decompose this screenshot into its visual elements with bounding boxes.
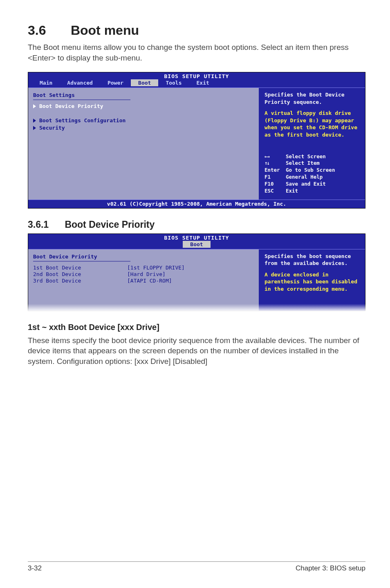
boot-device-value: [Hard Drive]	[127, 271, 166, 277]
section-intro: The Boot menu items allow you to change …	[28, 42, 365, 63]
bios-help-text-primary: Specifies the Boot Device Priority seque…	[264, 91, 361, 105]
paragraph-heading: 1st ~ xxth Boot Device [xxx Drive]	[28, 323, 365, 332]
bios-tab-boot[interactable]: Boot	[131, 79, 158, 86]
bios-boot-device-row-3[interactable]: 3rd Boot Device [ATAPI CD-ROM]	[33, 278, 254, 284]
bios-tab-boot[interactable]: Boot	[183, 241, 210, 248]
bios-boot-device-row-1[interactable]: 1st Boot Device [1st FLOPPY DRIVE]	[33, 265, 254, 271]
bios-help-panel: Specifies the Boot Device Priority seque…	[259, 88, 365, 200]
divider	[33, 261, 130, 262]
bios-left-panel: Boot Settings Boot Device Priority Boot …	[28, 88, 259, 200]
boot-device-label: 1st Boot Device	[33, 265, 127, 271]
bios-tab-main[interactable]: Main	[32, 79, 60, 86]
bios-tabs: Boot	[28, 241, 365, 249]
bios-body: Boot Settings Boot Device Priority Boot …	[28, 88, 365, 200]
boot-device-label: 2nd Boot Device	[33, 271, 127, 277]
bios-menubar: BIOS SETUP UTILITY Main Advanced Power B…	[28, 72, 365, 88]
boot-device-label: 3rd Boot Device	[33, 278, 127, 284]
key-desc: Go to Sub Screen	[286, 167, 335, 174]
subsection-title: Boot Device Priority	[65, 219, 155, 230]
key-desc: Save and Exit	[286, 181, 326, 188]
key-desc: Exit	[286, 188, 298, 195]
bios-screenshot-boot-device-priority: BIOS SETUP UTILITY Boot Boot Device Prio…	[28, 233, 365, 311]
divider	[33, 99, 130, 100]
section-heading: 3.6 Boot menu	[28, 23, 365, 38]
page-number: 3-32	[28, 564, 42, 572]
chapter-label: Chapter 3: BIOS setup	[296, 564, 365, 572]
section-number: 3.6	[28, 23, 67, 38]
page-footer: 3-32 Chapter 3: BIOS setup	[28, 561, 365, 572]
subsection-number: 3.6.1	[28, 219, 62, 230]
bios-title: BIOS SETUP UTILITY	[28, 73, 365, 79]
paragraph-body: These items specify the boot device prio…	[28, 335, 365, 367]
key-desc: Select Screen	[286, 153, 326, 160]
boot-device-value: [1st FLOPPY DRIVE]	[127, 265, 185, 271]
bios-panel-title: Boot Settings	[33, 92, 254, 98]
key-label: ESC	[264, 188, 283, 195]
bios-item-label: Security	[39, 125, 65, 131]
arrows-left-right-icon	[264, 153, 283, 160]
triangle-right-icon	[33, 126, 36, 130]
bios-body: Boot Device Priority 1st Boot Device [1s…	[28, 249, 365, 311]
subsection-heading: 3.6.1 Boot Device Priority	[28, 219, 365, 230]
bios-title: BIOS SETUP UTILITY	[28, 235, 365, 241]
bios-boot-device-row-2[interactable]: 2nd Boot Device [Hard Drive]	[33, 271, 254, 277]
key-label: F10	[264, 181, 283, 188]
bios-tabs: Main Advanced Power Boot Tools Exit	[28, 79, 365, 87]
arrows-up-down-icon	[264, 160, 283, 167]
key-label: F1	[264, 174, 283, 181]
bios-left-panel: Boot Device Priority 1st Boot Device [1s…	[28, 249, 259, 311]
bios-help-text-secondary: A device enclosed in parenthesis has bee…	[264, 271, 361, 293]
bios-item-label: Boot Device Priority	[39, 103, 103, 109]
bios-menubar: BIOS SETUP UTILITY Boot	[28, 234, 365, 249]
bios-item-boot-device-priority[interactable]: Boot Device Priority	[33, 103, 254, 109]
bios-screenshot-boot-settings: BIOS SETUP UTILITY Main Advanced Power B…	[28, 72, 365, 209]
section-title: Boot menu	[71, 23, 139, 38]
bios-item-security[interactable]: Security	[33, 125, 254, 131]
bios-copyright-footer: v02.61 (C)Copyright 1985-2008, American …	[28, 200, 365, 208]
bios-help-text-secondary: A virtual floppy disk drive (Floppy Driv…	[264, 110, 361, 138]
boot-device-value: [ATAPI CD-ROM]	[127, 278, 172, 284]
key-label: Enter	[264, 167, 283, 174]
bios-item-boot-settings-configuration[interactable]: Boot Settings Configuration	[33, 117, 254, 123]
triangle-right-icon	[33, 119, 36, 123]
bios-item-label: Boot Settings Configuration	[39, 117, 126, 123]
bios-help-panel: Specifies the boot sequence from the ava…	[259, 249, 365, 311]
bios-key-legend: Select Screen Select Item EnterGo to Sub…	[264, 153, 361, 195]
bios-tab-power[interactable]: Power	[100, 79, 131, 86]
bios-tab-exit[interactable]: Exit	[189, 79, 217, 86]
triangle-right-icon	[33, 104, 36, 108]
bios-tab-advanced[interactable]: Advanced	[60, 79, 100, 86]
bios-help-text-primary: Specifies the boot sequence from the ava…	[264, 253, 361, 267]
spacer	[33, 110, 254, 116]
bios-tab-tools[interactable]: Tools	[158, 79, 189, 86]
key-desc: Select Item	[286, 160, 320, 167]
key-desc: General Help	[286, 174, 323, 181]
bios-panel-title: Boot Device Priority	[33, 254, 254, 260]
